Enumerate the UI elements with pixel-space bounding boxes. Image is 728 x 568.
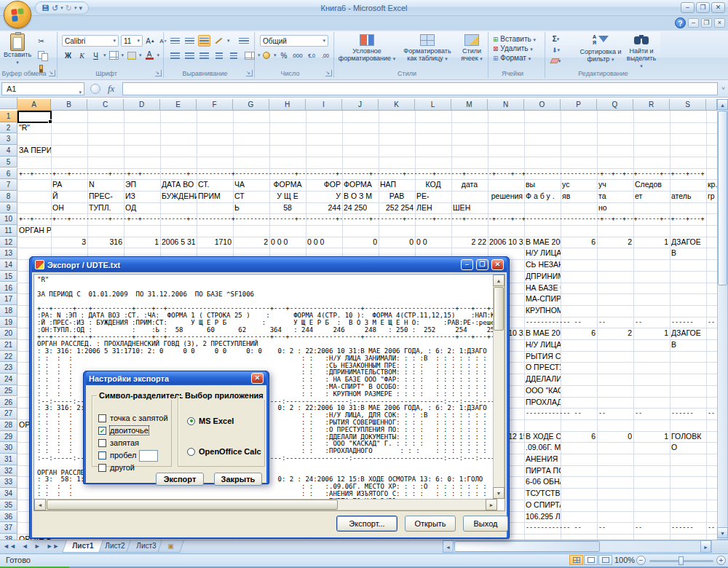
next-sheet-icon[interactable]: ►: [31, 540, 44, 552]
column-header-J[interactable]: J: [342, 99, 379, 111]
sheet-tab-Лист1[interactable]: Лист1: [62, 540, 103, 553]
cell-S20[interactable]: ДЗАГОЕ: [670, 328, 706, 339]
save-icon[interactable]: 💾︎: [41, 3, 50, 13]
cut-icon[interactable]: ✂: [35, 35, 47, 47]
cell-M7[interactable]: дата: [451, 179, 488, 191]
cell-S30[interactable]: О: [670, 442, 706, 454]
cell-R12[interactable]: 1: [633, 237, 670, 248]
italic-button[interactable]: К: [76, 50, 88, 61]
alignment-dialog-launcher[interactable]: ↘: [246, 70, 253, 76]
checkbox-row-запятая[interactable]: запятая: [98, 438, 139, 447]
radio-row-OpenOffice Calc[interactable]: OpenOffice Calc: [187, 447, 261, 456]
cell-A6[interactable]: +--+-----+---+----------+----+--+-------…: [17, 168, 51, 180]
cell-J7[interactable]: ФОРМА: [342, 179, 379, 191]
column-header-A[interactable]: A: [17, 99, 51, 111]
cell-B9[interactable]: ОН: [51, 202, 87, 214]
cell-O34[interactable]: ТСУТСТВИ: [524, 488, 561, 500]
cell-M12[interactable]: 2 22: [451, 237, 488, 248]
name-box[interactable]: A1▾: [1, 82, 84, 95]
cell-D7[interactable]: ЭП: [124, 179, 160, 191]
row-header-36[interactable]: 36: [0, 511, 17, 523]
cell-I12[interactable]: 0 0 0: [306, 237, 342, 248]
row-header-14[interactable]: 14: [0, 259, 17, 271]
row-header-26[interactable]: 26: [0, 397, 17, 409]
comma-style-button[interactable]: 000: [292, 50, 304, 61]
row-header-20[interactable]: 20: [0, 328, 17, 339]
zoom-out-button[interactable]: −: [636, 556, 646, 565]
row-header-30[interactable]: 30: [0, 442, 17, 454]
row-header-18[interactable]: 18: [0, 305, 17, 317]
cell-D12[interactable]: 1: [124, 237, 160, 248]
cell-R37[interactable]: --: [633, 522, 670, 534]
row-header-16[interactable]: 16: [0, 283, 17, 294]
format-as-table-button[interactable]: Форматировать как таблицу ▾: [399, 34, 456, 63]
cell-O19[interactable]: ------------ --: [524, 317, 561, 328]
copy-icon[interactable]: [35, 49, 47, 60]
settings-dialog-close-button[interactable]: ✕: [251, 373, 264, 384]
name-box-dropdown[interactable]: ▾: [79, 87, 82, 98]
font-color-dropdown[interactable]: ▾: [157, 52, 160, 58]
column-header-N[interactable]: N: [488, 99, 524, 111]
cell-O15[interactable]: ДПРИНИМА: [524, 271, 561, 283]
cell-O12[interactable]: В МАЕ 200: [524, 237, 561, 248]
row-header-31[interactable]: 31: [0, 454, 17, 465]
select-all-corner[interactable]: [0, 98, 17, 109]
row-header-28[interactable]: 28: [0, 419, 17, 431]
column-header-I[interactable]: I: [306, 99, 342, 111]
align-middle-icon[interactable]: [183, 35, 196, 47]
cell-O24[interactable]: ДДЕЛАЛИ: [524, 374, 561, 385]
cell-O16[interactable]: НА БАЗЕ О: [524, 283, 561, 294]
cell-D9[interactable]: ОД: [124, 202, 160, 214]
cell-E12[interactable]: 2006 5 31: [160, 237, 197, 248]
cell-A4[interactable]: ЗА ПЕРИОД С 01.01.2009 ПО 31.12.2006 ПО …: [17, 145, 51, 157]
row-header-23[interactable]: 23: [0, 362, 17, 374]
row-header-24[interactable]: 24: [0, 374, 17, 385]
cell-Q7[interactable]: уч: [597, 179, 633, 191]
cell-A11[interactable]: ОРГАН РАССЛЕД.: [17, 225, 51, 237]
cell-B7[interactable]: РА: [51, 179, 87, 191]
cell-J12[interactable]: 0: [342, 237, 379, 248]
window-maximize-button[interactable]: ❐: [696, 2, 710, 13]
export-scroll-right-icon[interactable]: ►: [486, 499, 497, 510]
checkbox-двоиточье[interactable]: ✔: [98, 427, 106, 435]
cell-N12[interactable]: 2006 10 31: [488, 237, 524, 248]
settings-export-button[interactable]: Экспорт: [156, 473, 204, 486]
workbook-close-button[interactable]: ×: [714, 18, 725, 28]
cell-R20[interactable]: 1: [633, 328, 670, 339]
cell-Q8[interactable]: та: [597, 191, 633, 202]
cell-H7[interactable]: ФОРМА: [269, 179, 306, 191]
cell-G8[interactable]: СТ: [233, 191, 269, 202]
column-header-Q[interactable]: Q: [597, 99, 633, 111]
clipboard-dialog-launcher[interactable]: ↘: [49, 70, 55, 76]
radio-OpenOffice Calc[interactable]: [187, 448, 195, 456]
export-button[interactable]: Экспорт...: [336, 516, 397, 532]
last-sheet-icon[interactable]: ►►: [44, 540, 63, 552]
cell-Q37[interactable]: --: [597, 522, 633, 534]
cell-G12[interactable]: 2: [233, 237, 269, 248]
cell-E8[interactable]: БУЖДЕНИ: [160, 191, 197, 202]
cell-O22[interactable]: РЫТИЯ СО: [524, 351, 561, 363]
cell-B12[interactable]: 3: [51, 237, 87, 248]
cell-M9[interactable]: ШЕН: [451, 202, 488, 214]
font-color-icon[interactable]: А: [143, 50, 156, 61]
window-close-button[interactable]: ✕: [711, 2, 725, 13]
row-header-2[interactable]: 2: [0, 122, 17, 134]
borders-icon[interactable]: [108, 50, 120, 61]
cell-H12[interactable]: 0 0 0: [269, 237, 306, 248]
checkbox-точка с запятой[interactable]: [98, 414, 106, 422]
cell-O20[interactable]: В МАЕ 200: [524, 328, 561, 339]
column-header-S[interactable]: S: [670, 99, 706, 111]
cell-Q9[interactable]: но: [597, 202, 633, 214]
fill-button[interactable]: ⬇︎ ▾: [550, 45, 562, 55]
cell-P8[interactable]: яв: [561, 191, 597, 202]
conditional-formatting-button[interactable]: Условное форматирование ▾: [338, 34, 396, 63]
checkbox-row-точка с запятой[interactable]: точка с запятой: [98, 414, 168, 422]
cell-O8[interactable]: Ф а б у .: [524, 191, 561, 202]
redo-dropdown[interactable]: ▾: [74, 5, 77, 11]
underline-dropdown[interactable]: ▾: [103, 52, 106, 58]
align-center-icon[interactable]: [183, 50, 196, 61]
window-minimize-button[interactable]: –: [681, 2, 695, 13]
row-header-32[interactable]: 32: [0, 465, 17, 477]
export-scroll-left-icon[interactable]: ◄: [34, 499, 46, 510]
custom-separator-input[interactable]: [139, 450, 158, 462]
